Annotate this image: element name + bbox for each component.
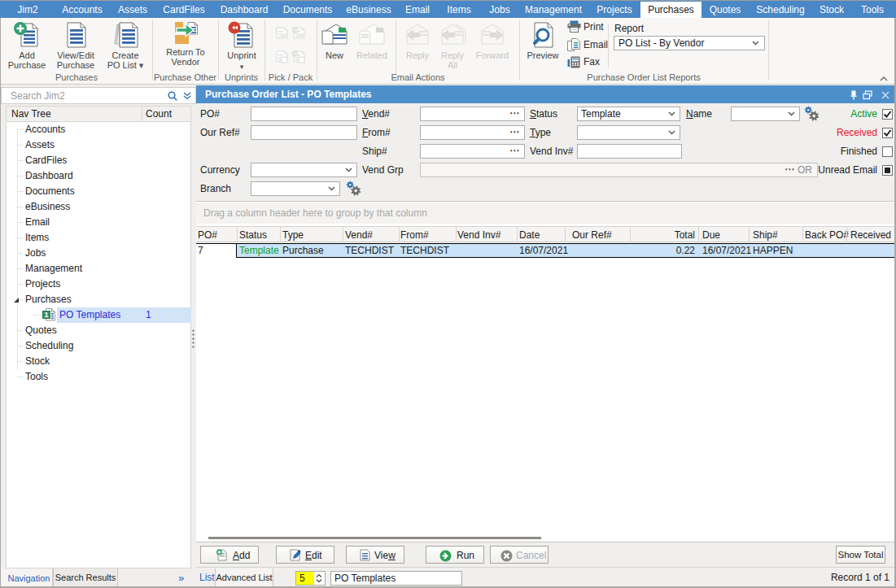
svg-text:1: 1 [44, 311, 48, 319]
